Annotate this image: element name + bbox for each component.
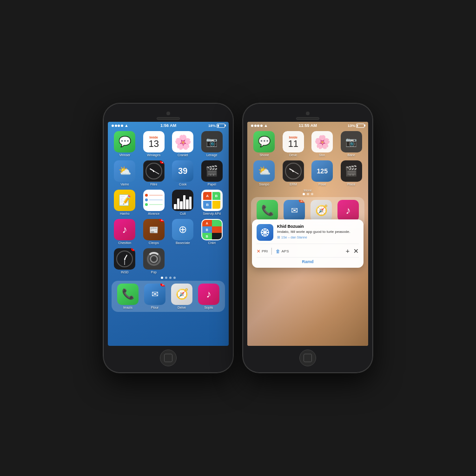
app-label: Bane	[348, 153, 355, 157]
notif-plus-button[interactable]: +	[346, 247, 350, 255]
calendar-icon: Imide 13	[143, 131, 165, 152]
phone-bottom-right	[247, 346, 368, 368]
app-grid-left-row5: 7 INSD P	[108, 246, 229, 276]
signal-dot-3	[257, 125, 259, 127]
badge: 1:3	[299, 200, 305, 203]
notif-close-button[interactable]: ✕	[353, 247, 359, 255]
app-lenage[interactable]: 📷 Lenage	[199, 131, 225, 157]
app-papel[interactable]: 🎬 Papel	[199, 160, 225, 186]
time-right: 11:55 AM	[299, 123, 317, 128]
app-stor[interactable]: 🌸 Stor.	[309, 131, 336, 157]
app-ploce[interactable]: 🎬 Ploce	[338, 160, 365, 186]
signal-dot-1	[112, 125, 114, 127]
app-cranlet[interactable]: 🌸 Cranlet	[170, 131, 196, 157]
mone-label: Mone	[247, 189, 368, 192]
svg-point-0	[264, 231, 266, 234]
app-filire[interactable]: 2 Filire	[141, 160, 167, 186]
dock-label: Delve	[178, 306, 186, 309]
action-pri[interactable]: ✕ PRI	[257, 249, 268, 254]
clock-icon	[145, 163, 162, 179]
svg-line-9	[262, 234, 264, 235]
app-shone[interactable]: 💬 Shone	[251, 131, 278, 157]
app-label: Lenage	[206, 153, 217, 157]
notif-title: Khid Bozuain	[277, 224, 359, 229]
app-varire[interactable]: ⛅ Varire	[112, 160, 138, 186]
app-insd[interactable]: 7 INSD	[112, 248, 138, 274]
app-chlirt[interactable]: A B B Chlirt	[199, 219, 225, 245]
app-label: Cleops	[149, 241, 159, 245]
app-label: Hanho	[120, 212, 130, 215]
notif-ramd[interactable]: Ramd	[257, 257, 359, 264]
app-cult[interactable]: Cult	[170, 190, 196, 215]
app-alvance[interactable]: Alvance	[141, 190, 167, 215]
music-icon: ♪	[122, 224, 127, 236]
app-label: Chestton	[118, 241, 131, 245]
app-vlrinser[interactable]: 💬 Vlrinser	[112, 131, 138, 157]
app-grid-right-row1: 💬 Shone Imide 11 Devic 🌸	[247, 129, 368, 159]
notes-icon: 📝	[119, 194, 131, 206]
app-label: Ploce	[347, 183, 356, 186]
speaker-left	[157, 117, 180, 120]
dock-delve[interactable]: 🧭 Delve	[169, 284, 194, 309]
aps-icon: 🗑	[276, 249, 280, 254]
app-chestton[interactable]: ♪ Chestton	[112, 219, 138, 245]
app-cook[interactable]: 39 Cook	[170, 160, 196, 186]
dock-label: Soplis	[204, 306, 213, 309]
photos-icon: 🌸	[174, 134, 192, 150]
camera-icon: 📷	[206, 136, 218, 147]
app-label: Varire	[120, 183, 129, 186]
dock-imazis[interactable]: 📞 Imazis	[115, 284, 140, 309]
badge: 11	[159, 219, 165, 222]
app-cleops[interactable]: 11 📰 Cleops	[141, 219, 167, 245]
signal-dot-4	[260, 125, 263, 127]
speaker-right	[296, 117, 319, 120]
app-label: Cook	[179, 183, 186, 186]
dock-plour[interactable]: 10 ✉ Plour	[142, 284, 167, 309]
app-devic[interactable]: Imide 11 Devic	[280, 131, 307, 157]
app-label: Devic	[289, 153, 298, 157]
page-dot-2	[165, 277, 167, 279]
app-label: Cranlet	[178, 153, 188, 157]
home-button-left[interactable]	[160, 350, 177, 366]
notif-body: Imdato, Itill worle app guod to turle pe…	[277, 230, 359, 234]
svg-line-6	[262, 230, 264, 231]
app-label: Chlirt	[208, 241, 216, 245]
status-bar-left: ▲ 1:56 AM 18%	[108, 122, 229, 129]
app-label: INSD	[121, 271, 129, 274]
wifi-icon-right: ▲	[264, 123, 268, 128]
signal-dot-2	[115, 125, 117, 127]
app-hanho[interactable]: 📝 Hanho	[112, 190, 138, 215]
phone-left: ▲ 1:56 AM 18% 💬 Vlrinser	[103, 103, 233, 373]
clock-icon-right	[285, 163, 302, 179]
phone-top-right	[247, 108, 368, 122]
app-seervip[interactable]: A B B Seervip APd	[199, 190, 225, 215]
action-aps[interactable]: 🗑 APS	[276, 249, 289, 254]
page-dot-2	[307, 193, 309, 195]
dock-soplis[interactable]: ♪ Soplis	[196, 284, 221, 309]
app-grid-left-row4: ♪ Chestton 11 📰 Cleops ⊕	[108, 217, 229, 246]
action-pri-label: PRI	[262, 249, 268, 253]
badge: 2	[160, 160, 165, 164]
app-baseclate[interactable]: ⊕ Baseclate	[170, 219, 196, 245]
app-label: Baseclate	[176, 241, 190, 245]
page-dot-4	[173, 277, 176, 279]
action-aps-label: APS	[282, 249, 289, 253]
app-erm[interactable]: ERM	[280, 160, 307, 186]
app-winiages[interactable]: Imide 13 Winiages	[141, 131, 167, 157]
mail-icon: ✉	[152, 289, 159, 299]
app-pop[interactable]: Pop	[141, 248, 167, 274]
dock-label: Imazis	[123, 306, 132, 309]
app-sianpo[interactable]: ⛅ Sianpo	[251, 160, 278, 186]
notification-popup: Khid Bozuain Imdato, Itill worle app guo…	[252, 219, 364, 268]
safari-icon: 🧭	[176, 288, 188, 300]
page-dot-1	[161, 277, 163, 279]
notif-link: ⊞ 1Se – dan Slanne	[277, 235, 359, 239]
phone-icon: 📞	[122, 288, 134, 300]
app-poue[interactable]: 125 Poue	[309, 160, 336, 186]
battery-pct-right: 13%	[348, 124, 355, 128]
home-button-right[interactable]	[299, 350, 316, 366]
battery-pct-left: 18%	[208, 124, 216, 128]
weather-icon: ⛅	[119, 165, 131, 177]
videos-icon: 🎬	[205, 165, 218, 177]
app-bane[interactable]: 📷 Bane	[338, 131, 365, 157]
